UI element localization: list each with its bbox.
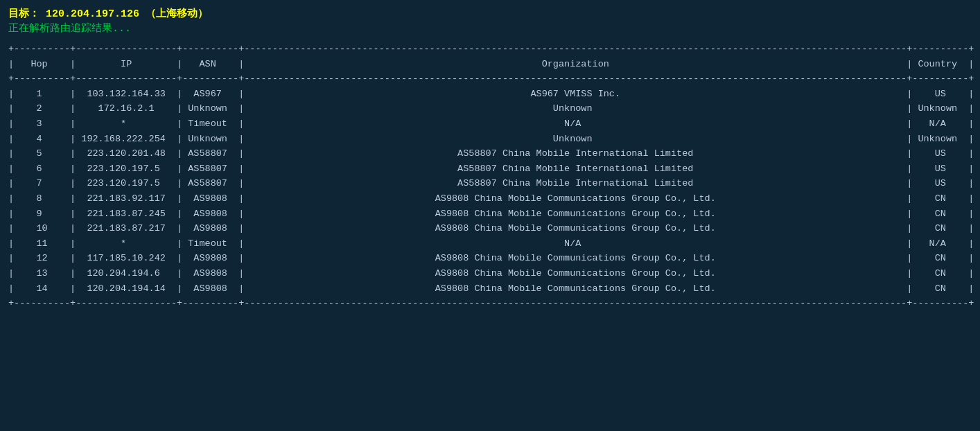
trace-table: +----------+------------------+---------… bbox=[8, 42, 972, 311]
trace-output: +----------+------------------+---------… bbox=[8, 42, 972, 311]
target-ip: 120.204.197.126 bbox=[46, 8, 139, 20]
header-status: 正在解析路由追踪结果... bbox=[8, 21, 972, 35]
header-target: 目标： 120.204.197.126 （上海移动） bbox=[8, 7, 972, 20]
target-org: （上海移动） bbox=[146, 8, 208, 20]
target-label: 目标： bbox=[8, 8, 40, 20]
